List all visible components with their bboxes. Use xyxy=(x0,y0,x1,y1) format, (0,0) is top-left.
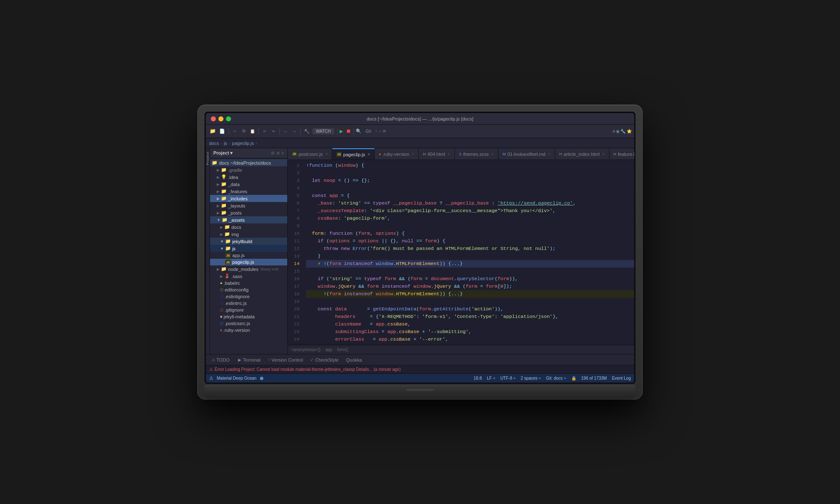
status-lf[interactable]: LF ÷ xyxy=(487,376,495,381)
tree-item-posts[interactable]: ▶ 📁 _posts xyxy=(210,209,287,216)
bottom-tab-todo[interactable]: ⚠ TODO xyxy=(209,357,232,363)
back-icon[interactable]: ← xyxy=(282,128,289,135)
run-button[interactable]: ▶ xyxy=(340,128,343,135)
breadcrumb-docs[interactable]: docs xyxy=(209,141,219,146)
code-line-23: submittingClass = app.cssBase + '--submi… xyxy=(306,328,634,336)
tree-item-postcssrc[interactable]: ⬡ .postcssrc.js xyxy=(210,320,287,327)
tab-close[interactable]: × xyxy=(548,152,551,156)
toolbar: 📁 📄 ✂ ⧉ 📋 ↩ ↪ ← → 🔨 WATCH ▶ xyxy=(206,125,634,138)
bottom-tab-version[interactable]: ⑂ Version Control xyxy=(265,357,305,363)
tree-item-features[interactable]: ▶ 📁 _features xyxy=(210,188,287,195)
minimize-button[interactable] xyxy=(218,116,223,121)
event-log-label[interactable]: Event Log xyxy=(612,376,631,381)
tree-item-pageclipjs[interactable]: JS pageclip.js xyxy=(210,259,287,265)
tree-item-eslintignore[interactable]: ⬡ .eslintignore xyxy=(210,293,287,300)
project-label[interactable]: Project xyxy=(206,152,210,165)
tree-item-jekyllmeta[interactable]: ■ jekyll-metadata xyxy=(210,313,287,320)
tab-close[interactable]: × xyxy=(448,152,450,156)
tree-item-rubyversion[interactable]: ♦ .ruby-version xyxy=(210,327,287,333)
tab-lookandfeel[interactable]: M 01-lookandfeel.md × xyxy=(499,148,555,160)
far-left-panel: Project xyxy=(206,148,210,354)
tab-pageclip[interactable]: JS pageclip.js × xyxy=(332,148,375,160)
breadcrumb-js[interactable]: js xyxy=(224,141,227,146)
git-icons: ↑ ↓ ⟳ xyxy=(375,129,386,134)
toolbar-sep4 xyxy=(300,128,301,135)
status-right: 16:8 LF ÷ UTF-8 ÷ 2 spaces ÷ Git: docs ÷… xyxy=(474,376,631,381)
code-breadcrumb: <anonymous>() › app › form() xyxy=(288,345,634,354)
watch-button[interactable]: WATCH xyxy=(312,128,334,134)
file-tree: 📁 docs ~/IdeaProjects/docs ▶ 📁 .gradle xyxy=(210,158,287,354)
status-indent[interactable]: 2 spaces ÷ xyxy=(521,376,541,381)
toolbar-sep5 xyxy=(337,128,338,135)
build-icon[interactable]: 🔨 xyxy=(303,128,310,135)
undo-icon[interactable]: ↩ xyxy=(261,128,268,135)
close-button[interactable] xyxy=(211,116,216,121)
error-icon: ⚠ xyxy=(209,367,213,372)
tab-close[interactable]: × xyxy=(325,152,328,156)
tree-item-sass[interactable]: ▶ 💄 .sass xyxy=(210,273,287,280)
tree-item-appjs[interactable]: JS app.js xyxy=(210,252,287,259)
tree-item-data[interactable]: ▶ 📁 _data xyxy=(210,181,287,188)
status-git[interactable]: Git: docs ÷ xyxy=(546,376,566,381)
paste-icon[interactable]: 📋 xyxy=(249,128,256,135)
tree-item-idea[interactable]: ▶ 💡 .idea xyxy=(210,173,287,181)
panel-header: Project ▾ ⚙ ⊕ ≡ xyxy=(210,148,287,158)
code-line-9 xyxy=(306,222,634,230)
tab-articleindex[interactable]: H article_index.html × xyxy=(555,148,609,160)
redo-icon[interactable]: ↪ xyxy=(270,128,277,135)
bottom-tab-terminal[interactable]: ▶ Terminal xyxy=(235,357,263,363)
more-toolbar-icons: ⚙ ▦ 🔧 ⭐ xyxy=(613,129,632,134)
bottom-tab-quokka[interactable]: Quokka xyxy=(344,357,365,363)
new-file-icon[interactable]: 📄 xyxy=(218,127,226,136)
status-theme[interactable]: Material Deep Ocean xyxy=(217,376,257,381)
tree-item-docs[interactable]: ▶ 📁 docs xyxy=(210,223,287,231)
copy-icon[interactable]: ⧉ xyxy=(240,128,247,135)
error-text: Error Loading Project: Cannot load modul… xyxy=(215,367,401,372)
bottom-tab-checkstyle[interactable]: ✓ CheckStyle xyxy=(308,357,341,363)
status-position[interactable]: 16:8 xyxy=(474,376,482,381)
laptop-screen: docs [~/IdeaProjects/docs] — .../js/page… xyxy=(206,113,634,383)
code-content[interactable]: !function (window) { let noop = () => {}… xyxy=(303,160,634,345)
forward-icon[interactable]: → xyxy=(291,128,298,135)
tab-close[interactable]: × xyxy=(412,152,414,156)
tab-themes[interactable]: S themes.scss × xyxy=(455,148,499,160)
search-icon[interactable]: 🔍 xyxy=(356,129,362,134)
tab-404[interactable]: H 404.html × xyxy=(419,148,455,160)
tab-close[interactable]: × xyxy=(602,152,605,156)
tab-close[interactable]: × xyxy=(491,152,494,156)
code-line-10: form: function (form, options) { xyxy=(306,230,634,237)
tree-item-jekyllbuild[interactable]: ▼ 📁 jekyllbuild xyxy=(210,238,287,245)
tree-item-editorconfig[interactable]: ⬡ editorconfig xyxy=(210,286,287,293)
stop-button[interactable]: ⏹ xyxy=(346,128,351,134)
tree-item-js[interactable]: ▼ 📁 js xyxy=(210,245,287,252)
tree-item-nodemodules[interactable]: ▶ 📁 node_modules library root xyxy=(210,265,287,273)
tab-postcssrc[interactable]: JS postcssrc.js × xyxy=(288,148,332,160)
code-line-21: headers = {'X-REQMETHOD': 'form-v1', 'Co… xyxy=(306,313,634,320)
toolbar-sep xyxy=(228,128,229,135)
breadcrumb-pageclip[interactable]: pageclip.js xyxy=(232,141,254,146)
folder-icon[interactable]: 📁 xyxy=(208,127,217,136)
status-bar: ⚠ Material Deep Ocean 16:8 LF ÷ UTF-8 ÷ … xyxy=(206,373,634,383)
status-encoding[interactable]: UTF-8 ÷ xyxy=(500,376,516,381)
tab-close-active[interactable]: × xyxy=(368,152,370,157)
code-line-22: className = app.cssBase, xyxy=(306,320,634,328)
status-lines[interactable]: 196 of 1733M xyxy=(581,376,607,381)
tree-item-layouts[interactable]: ▶ 📁 _layouts xyxy=(210,202,287,209)
maximize-button[interactable] xyxy=(226,116,231,121)
code-line-13: } xyxy=(306,252,634,260)
tree-item-gitignore[interactable]: ⬡ .gitignore xyxy=(210,307,287,313)
tree-item-assets[interactable]: ▼ 📁 _assets xyxy=(210,216,287,223)
tree-item-eslintrc[interactable]: ⬡ .eslintrrc.js xyxy=(210,300,287,307)
bottom-tabs-bar: ⚠ TODO ▶ Terminal ⑂ Version Control ✓ xyxy=(206,354,634,365)
window-title: docs [~/IdeaProjects/docs] — .../js/page… xyxy=(367,116,473,121)
tree-item-img[interactable]: ▶ 📁 img xyxy=(210,231,287,238)
tree-item-includes[interactable]: ▶ 📁 _includes xyxy=(210,195,287,202)
tree-item-babelrc[interactable]: ● .babelrc xyxy=(210,280,287,286)
code-line-1: !function (window) { xyxy=(306,162,634,169)
code-line-6: _base: 'string' == typeof __pageclip_bas… xyxy=(306,200,634,207)
tree-item-gradle[interactable]: ▶ 📁 .gradle xyxy=(210,166,287,173)
tab-feature[interactable]: H feature.html × xyxy=(609,148,635,160)
cut-icon[interactable]: ✂ xyxy=(231,128,239,135)
tab-ruby[interactable]: ♦ .ruby-version × xyxy=(375,148,419,160)
tree-root[interactable]: 📁 docs ~/IdeaProjects/docs xyxy=(210,159,287,166)
